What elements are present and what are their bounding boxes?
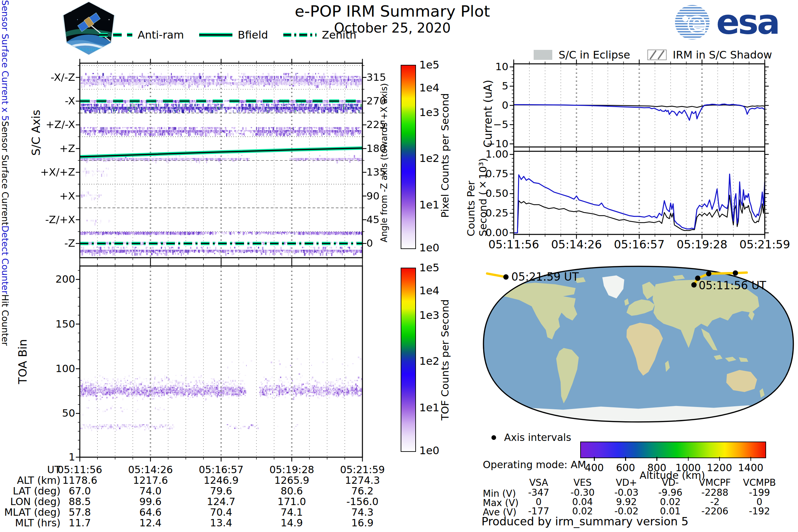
toa-tick-label: 200 [40,274,75,284]
legend-label: Anti-ram [138,28,184,41]
colorbar-tick-label: 1e1 [419,200,439,210]
altitude-tick-mark [594,457,595,461]
sc-axis-tick-label: +Z [10,143,75,154]
voltage-value: -2288 [690,488,740,497]
voltage-value: -0.30 [557,488,607,497]
voltage-col-header: VCMPB [735,478,784,488]
altitude-tick-label: 1400 [731,463,771,473]
voltage-value: -199 [735,488,784,497]
colorbar-tick-label: 1e0 [419,242,439,253]
legend-label: IRM in S/C Shadow [673,49,772,61]
voltage-value: -0.02 [602,507,651,516]
overlay-line [80,148,362,157]
colorbar-tick-label: 1e3 [419,107,439,118]
voltage-value: -177 [514,507,564,516]
current-plot-svg [514,64,765,147]
ephemeris-value: 05:11:56 [43,465,116,475]
toa-tick-label: 50 [40,408,75,418]
ephemeris-value: 05:14:26 [114,465,187,475]
altitude-tick-mark [657,457,657,461]
counts-tick-label: 0.75 [475,169,508,179]
axis-intervals-label: Axis intervals [504,432,571,443]
dashdot-line-icon [283,32,317,38]
ephemeris-value: 74.0 [114,486,187,496]
time-tick-label: 05:11:56 [477,239,550,250]
angle-tick-label: 135 [366,167,396,177]
colorbar-tick-label: 1e3 [419,310,439,321]
toa-tick-label: 1 [40,452,75,462]
altitude-colorbar [580,441,766,458]
voltage-value: 0.02 [557,507,607,516]
time-tick-label: 05:19:28 [665,239,739,250]
ephemeris-value: 1265.9 [255,475,328,486]
track-time-label: 05:21:59 UT [511,270,579,283]
ephemeris-value: 124.7 [185,497,258,507]
colorbar-tick-label: 1e5 [419,59,439,70]
voltage-value: 0 [735,497,784,507]
voltage-value: -0.03 [602,488,651,497]
world-map: 05:21:59 UT05:11:56 UT [481,265,795,423]
legend-item-bfield: Bfield [199,28,268,41]
angle-tick-label: 45 [366,214,396,225]
axis-interval-dot-icon [491,435,496,440]
sc-axis-spectrogram-overlay [80,63,362,258]
ephemeris-value: 05:19:28 [255,465,328,475]
ephemeris-value: 74.1 [255,507,328,517]
ephemeris-value: 64.6 [114,507,187,517]
voltage-col-header: VD+ [602,478,651,488]
counts-tick-label: 1.00 [475,149,508,159]
ephemeris-value: 1178.6 [43,475,116,486]
current-tick-label: 10 [475,61,508,72]
esa-globe-icon: e [674,4,711,41]
axis-intervals-legend: Axis intervals [491,432,571,443]
tof-colorbar-label: TOF Counts per Second [439,299,451,421]
angle-tick-label: 270 [366,96,396,106]
sc-axis-tick-label: -Z/+X [10,214,75,225]
time-tick-label: 05:21:59 [728,239,798,250]
esa-logo: e esa [674,4,779,41]
direction-line-legend: Anti-ramBfieldZenith [99,28,357,41]
ephemeris-value: 67.0 [43,486,116,496]
series-axis-label: Sensor Surface Current x 5 [0,0,10,121]
toa-spectrogram-overlay [80,266,362,457]
voltage-value: -9.96 [645,488,695,497]
orbit-track-segment [487,274,506,277]
altitude-tick-mark [625,457,626,461]
ephemeris-value: 171.0 [255,497,328,507]
voltage-value: 0.01 [645,507,695,516]
counts-plot-svg [514,151,765,234]
sc-axis-tick-label: +X/+Z [10,167,75,177]
axis-interval-dot [733,270,738,276]
page-title: e-POP IRM Summary Plot [206,2,578,20]
svg-text:e: e [687,5,707,40]
series-axis-label: Detect Counter [0,225,10,294]
ephemeris-value: -156.0 [326,497,399,507]
angle-tick-label: 90 [366,191,396,201]
toa-tick-label: 100 [40,363,75,374]
legend-item-anti-ram: Anti-ram [99,28,184,41]
dashed-line-icon [99,32,132,38]
voltage-col-header: VD- [645,478,695,488]
ephemeris-value: 70.4 [185,507,258,517]
sc-axis-tick-label: -Z [10,238,75,248]
cassiope-patch-art: CASSIOPE [61,1,117,55]
tof-colorbar [401,268,416,452]
current-tick-label: −10 [475,139,508,149]
sc-axis-tick-label: -X/-Z [10,72,75,82]
cassiope-logo: CASSIOPE [61,1,117,55]
sc-axis-tick-label: -X [10,96,75,106]
sc-axis-spectrogram [80,63,362,258]
esa-wordmark: esa [716,7,779,38]
sc-axis-tick-label: +Z/-X [10,119,75,130]
current-tick-label: −5 [475,119,508,130]
counts-tick-label: 0.00 [475,227,508,238]
counts-plot [514,151,765,234]
hatched-swatch-icon [647,50,667,60]
operating-mode: Operating mode: AM [483,459,586,471]
altitude-tick-mark [750,457,752,461]
ephemeris-value: 1274.3 [326,475,399,486]
ephemeris-value: 57.8 [43,507,116,517]
legend-item-zenith: Zenith [283,28,357,41]
altitude-tick-mark [688,457,689,461]
pixel-colorbar-label: Pixel Counts per Second [439,93,451,218]
